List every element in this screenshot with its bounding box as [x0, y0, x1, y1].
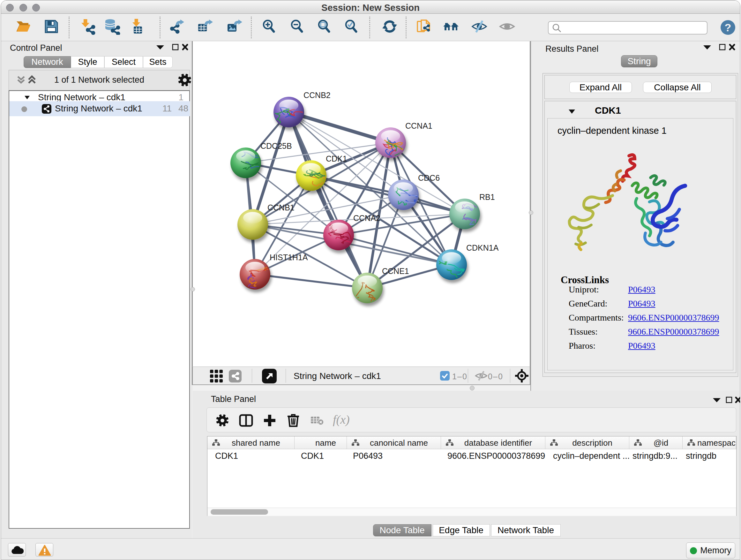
svg-text:CDK1: CDK1 — [326, 154, 347, 163]
svg-text:CDKN1A: CDKN1A — [466, 243, 499, 252]
svg-text:CDC25B: CDC25B — [260, 141, 292, 150]
svg-text:CCNB1: CCNB1 — [267, 203, 294, 212]
svg-text:RB1: RB1 — [479, 192, 495, 201]
svg-text:CCNA2: CCNA2 — [353, 213, 381, 223]
svg-text:CCNB2: CCNB2 — [304, 91, 331, 100]
svg-text:HIST1H1A: HIST1H1A — [270, 253, 308, 262]
svg-text:CDC6: CDC6 — [418, 173, 440, 182]
svg-text:CCNA1: CCNA1 — [405, 121, 432, 130]
svg-text:CCNE1: CCNE1 — [382, 266, 409, 275]
